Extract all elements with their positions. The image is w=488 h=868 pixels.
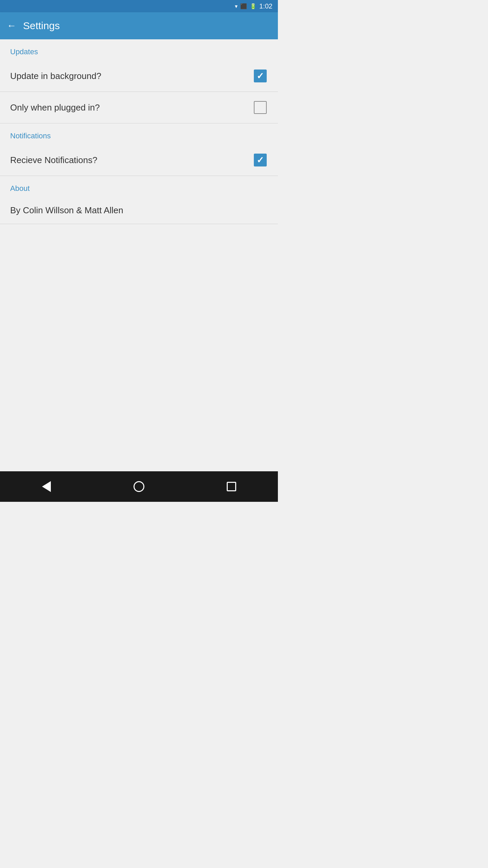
- only-plugged-in-checkbox[interactable]: [253, 100, 268, 115]
- update-background-checked-icon: [254, 70, 267, 82]
- battery-icon: 🔋: [250, 3, 257, 9]
- nav-recent-button[interactable]: [221, 476, 242, 497]
- wifi-icon: ▾: [235, 3, 238, 9]
- status-bar-right: ▾ ⬛ 🔋 1:02: [235, 2, 272, 10]
- notifications-section-header: Notifications: [0, 123, 278, 144]
- back-button[interactable]: ←: [7, 21, 16, 31]
- page-title: Settings: [23, 20, 60, 32]
- status-time: 1:02: [259, 2, 272, 10]
- only-plugged-in-unchecked-icon: [254, 101, 267, 114]
- status-bar: ▾ ⬛ 🔋 1:02: [0, 0, 278, 12]
- update-background-label: Update in background?: [10, 71, 101, 81]
- toolbar: ← Settings: [0, 12, 278, 39]
- updates-section-header: Updates: [0, 39, 278, 60]
- sim-icon: ⬛: [240, 3, 247, 9]
- nav-home-button[interactable]: [129, 476, 149, 497]
- receive-notifications-row: Recieve Notifications?: [0, 144, 278, 176]
- about-text: By Colin Willson & Matt Allen: [10, 205, 123, 215]
- settings-content: Updates Update in background? Only when …: [0, 39, 278, 471]
- about-row: By Colin Willson & Matt Allen: [0, 197, 278, 224]
- receive-notifications-checked-icon: [254, 154, 267, 166]
- update-background-checkbox[interactable]: [253, 68, 268, 83]
- about-section-header: About: [0, 176, 278, 197]
- only-plugged-in-row: Only when plugged in?: [0, 92, 278, 123]
- nav-back-button[interactable]: [36, 476, 57, 497]
- receive-notifications-label: Recieve Notifications?: [10, 155, 97, 165]
- nav-recent-icon: [227, 482, 236, 491]
- bottom-nav: [0, 471, 278, 502]
- nav-back-icon: [42, 481, 51, 492]
- only-plugged-in-label: Only when plugged in?: [10, 102, 100, 113]
- update-background-row: Update in background?: [0, 60, 278, 92]
- receive-notifications-checkbox[interactable]: [253, 153, 268, 167]
- nav-home-icon: [134, 481, 144, 492]
